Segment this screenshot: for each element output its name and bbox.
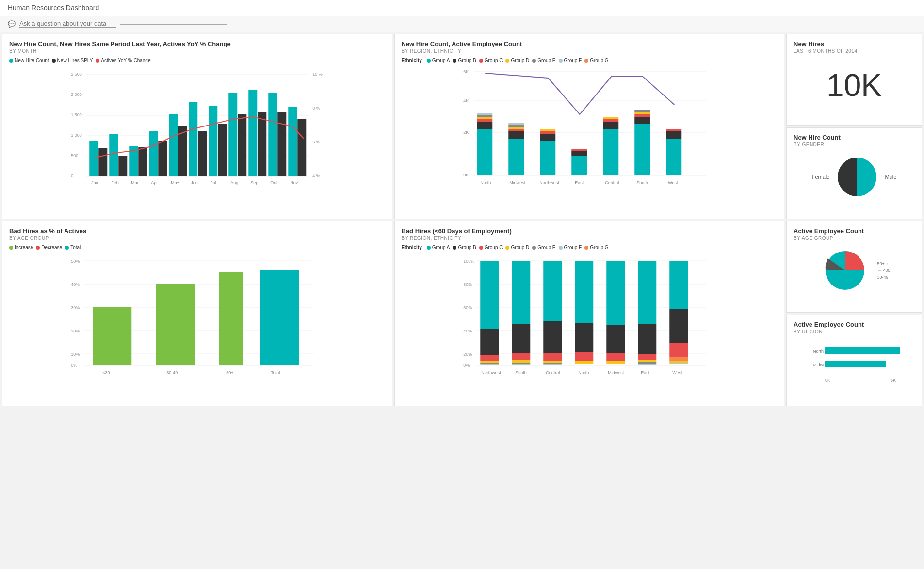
chart4-svg: 100% 80% 60% 40% 20% 0%	[402, 253, 778, 398]
svg-rect-20	[169, 114, 178, 176]
legend-f: Group F	[559, 58, 582, 63]
age-pie-container: 50+ ← → <30 30-49	[794, 245, 915, 296]
svg-rect-19	[149, 131, 158, 176]
svg-text:Midwest: Midwest	[509, 180, 526, 185]
svg-rect-72	[540, 129, 555, 131]
svg-rect-173	[669, 361, 688, 363]
qa-bar[interactable]: 💬	[0, 16, 924, 32]
svg-rect-135	[480, 261, 499, 329]
svg-rect-59	[477, 119, 492, 122]
svg-rect-67	[508, 125, 524, 127]
legend-label-2: New Hires SPLY	[57, 58, 93, 63]
svg-rect-87	[666, 129, 681, 131]
svg-text:50%: 50%	[71, 259, 80, 264]
legend-increase-label: Increase	[15, 245, 33, 250]
chart3-subtitle: BY AGE GROUP	[9, 236, 385, 241]
dot-d	[505, 59, 509, 63]
dot-e	[532, 59, 536, 63]
svg-rect-141	[512, 261, 530, 324]
svg-rect-86	[666, 131, 681, 139]
svg-text:Apr: Apr	[151, 180, 158, 185]
c4-legend-c: Group C	[479, 245, 503, 250]
svg-rect-30	[158, 141, 167, 176]
svg-rect-66	[508, 127, 524, 129]
svg-text:20%: 20%	[71, 329, 80, 333]
chart-bad-hires-age: Bad Hires as % of Actives BY AGE GROUP I…	[2, 221, 392, 406]
svg-text:Northwest: Northwest	[481, 370, 501, 375]
svg-rect-153	[575, 261, 593, 323]
svg-text:Sep: Sep	[250, 180, 258, 185]
svg-text:2K: 2K	[463, 130, 469, 135]
svg-text:50+: 50+	[226, 370, 233, 375]
legend-yoy: Actives YoY % Change	[96, 58, 150, 63]
svg-text:South: South	[515, 370, 527, 375]
svg-rect-32	[198, 131, 207, 176]
card1-subtitle: LAST 6 MONTHS OF 2014	[794, 48, 915, 54]
svg-text:<30: <30	[102, 370, 110, 375]
svg-rect-85	[666, 139, 681, 175]
svg-rect-28	[118, 156, 127, 176]
chart2-subtitle: BY REGION, ETHNICITY	[402, 48, 778, 54]
age-pie-svg	[818, 249, 872, 292]
region-bar-svg: North Midwest 0K 5K	[794, 338, 915, 387]
svg-text:Central: Central	[605, 180, 619, 185]
chart4-legend: Ethnicity Group A Group B Group C Group …	[402, 245, 778, 250]
svg-rect-62	[477, 113, 492, 115]
dot-f	[559, 59, 563, 63]
svg-rect-17	[109, 134, 118, 176]
chart-new-hire-region: New Hire Count, Active Employee Count BY…	[394, 34, 785, 219]
svg-rect-21	[189, 102, 197, 176]
dot-c	[479, 59, 483, 63]
svg-rect-172	[669, 357, 688, 361]
svg-text:60%: 60%	[463, 305, 472, 310]
c4-legend-d: Group D	[505, 245, 529, 250]
chart2-title: New Hire Count, Active Employee Count	[402, 40, 778, 47]
svg-rect-75	[571, 149, 587, 151]
svg-text:West: West	[672, 370, 682, 375]
svg-rect-29	[138, 147, 147, 176]
svg-rect-145	[512, 363, 530, 364]
svg-text:Nov: Nov	[290, 180, 298, 185]
dot-decrease	[36, 246, 40, 250]
svg-rect-138	[480, 361, 499, 363]
svg-text:Jul: Jul	[211, 180, 216, 185]
chart1-svg: 2,500 2,000 1,500 1,000 500 0 10 % 8 % 6…	[9, 66, 385, 211]
card2-subtitle: BY GENDER	[794, 142, 915, 147]
qa-input[interactable]	[19, 20, 116, 28]
legend-c: Group C	[479, 58, 503, 63]
svg-text:40%: 40%	[71, 282, 80, 287]
legend-g: Group G	[584, 58, 608, 63]
svg-rect-84	[634, 110, 650, 112]
card4-title: Active Employee Count	[794, 321, 915, 328]
svg-rect-69	[540, 141, 555, 175]
svg-text:6 %: 6 %	[312, 140, 320, 144]
chart4-ethnicity-label: Ethnicity	[402, 245, 422, 250]
svg-rect-151	[543, 363, 562, 364]
svg-text:North: North	[813, 349, 824, 354]
svg-rect-98	[825, 347, 900, 354]
svg-text:0K: 0K	[825, 378, 830, 383]
card-gender-pie: New Hire Count BY GENDER Female Male	[786, 127, 922, 219]
svg-rect-76	[603, 129, 618, 175]
svg-rect-116	[156, 284, 195, 365]
c4-legend-b: Group B	[453, 245, 476, 250]
svg-rect-74	[571, 151, 587, 156]
c4-legend-a: Group A	[427, 245, 450, 250]
svg-text:8 %: 8 %	[312, 106, 320, 111]
svg-rect-166	[638, 360, 656, 362]
card2-title: New Hire Count	[794, 134, 915, 141]
svg-rect-24	[248, 90, 257, 176]
svg-rect-100	[825, 361, 886, 367]
legend-new-hire-count: New Hire Count	[9, 58, 49, 63]
dot-increase	[9, 246, 13, 250]
svg-rect-158	[606, 261, 625, 325]
svg-rect-115	[93, 307, 131, 365]
svg-rect-25	[268, 93, 277, 176]
svg-text:Midwest: Midwest	[608, 370, 624, 375]
chart1-subtitle: BY MONTH	[9, 48, 385, 54]
svg-text:4K: 4K	[463, 98, 469, 103]
svg-rect-27	[98, 148, 107, 176]
svg-text:6K: 6K	[463, 69, 469, 74]
svg-rect-80	[634, 124, 650, 175]
svg-text:30%: 30%	[71, 305, 80, 310]
